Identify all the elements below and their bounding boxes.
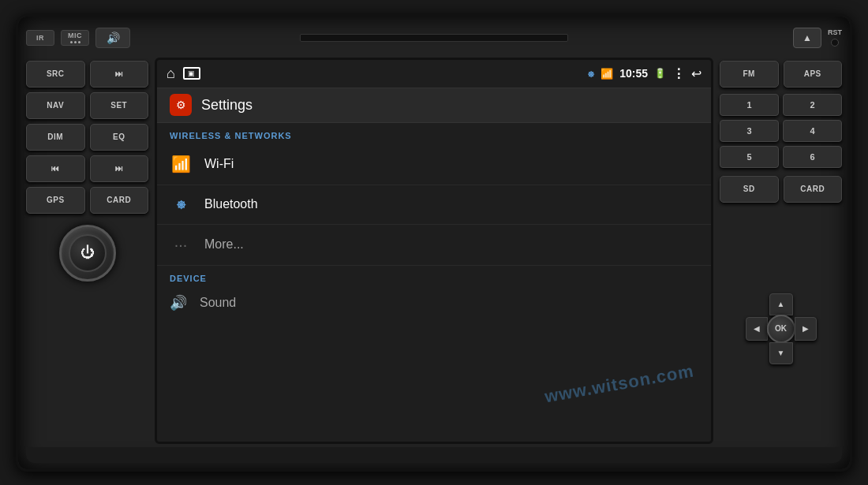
nav-up-button[interactable]: ▲ [769, 293, 793, 315]
nav-down-button[interactable]: ▼ [769, 342, 793, 364]
wireless-section-header: WIRELESS & NETWORKS [157, 123, 711, 144]
num4-button[interactable]: 4 [783, 120, 842, 142]
mic-button[interactable]: MIC [61, 30, 89, 46]
num1-button[interactable]: 1 [720, 94, 779, 116]
set-button[interactable]: SET [90, 92, 149, 119]
battery-icon: 🔋 [654, 68, 666, 79]
home-icon[interactable]: ⌂ [166, 65, 175, 82]
gps-button[interactable]: GPS [26, 187, 85, 214]
power-inner: ⏻ [69, 234, 107, 272]
top-strip: IR MIC 🔊 ▲ RST [26, 23, 842, 53]
power-area: ⏻ [26, 225, 148, 282]
bluetooth-menu-item[interactable]: ⎈ Bluetooth [157, 185, 711, 225]
nav-button[interactable]: NAV [26, 92, 85, 119]
num5-button[interactable]: 5 [720, 146, 779, 168]
left-arrow-icon: ◀ [754, 324, 760, 333]
window-icon[interactable]: ▣ [183, 67, 200, 80]
sound-menu-item[interactable]: 🔊 Sound [157, 286, 711, 319]
status-bar: ⌂ ▣ ⎈ 📶 10:55 🔋 ⋮ ↩ [157, 60, 711, 88]
back-icon[interactable]: ↩ [691, 66, 702, 81]
skip-fwd-button[interactable]: ⏭ [90, 61, 149, 88]
fm-aps-row: FM APS [720, 61, 842, 88]
aps-button[interactable]: APS [784, 61, 843, 88]
sound-icon: 🔊 [170, 294, 187, 312]
next-icon: ⏭ [115, 164, 124, 173]
right-arrow-icon: ▶ [803, 324, 809, 333]
status-right: ⎈ 📶 10:55 🔋 ⋮ ↩ [588, 66, 702, 81]
top-center [173, 34, 695, 42]
wifi-menu-item[interactable]: 📶 Wi-Fi [157, 144, 711, 185]
btn-row-2: NAV SET [26, 92, 148, 119]
num3-button[interactable]: 3 [720, 120, 779, 142]
wifi-status-icon: 📶 [600, 68, 613, 80]
speaker-icon: 🔊 [107, 32, 120, 44]
speaker-button[interactable]: 🔊 [95, 28, 130, 48]
ir-button[interactable]: IR [26, 30, 54, 46]
eq-button[interactable]: EQ [90, 124, 149, 151]
skip-fwd-icon: ⏭ [115, 69, 124, 78]
nav-left-button[interactable]: ◀ [746, 317, 768, 341]
eject-icon: ▲ [803, 32, 812, 43]
power-icon: ⏻ [80, 244, 95, 261]
btn-row-5: GPS CARD [26, 187, 148, 214]
fm-button[interactable]: FM [720, 61, 779, 88]
num6-button[interactable]: 6 [783, 146, 842, 168]
more-menu-item[interactable]: ··· More... [157, 225, 711, 266]
screen: ⌂ ▣ ⎈ 📶 10:55 🔋 ⋮ ↩ ⚙ Set [155, 58, 713, 444]
cd-slot [300, 34, 568, 42]
main-area: SRC ⏭ NAV SET DIM EQ [26, 58, 842, 444]
right-panel: FM APS 1 2 3 4 5 [720, 58, 842, 444]
eject-button[interactable]: ▲ [793, 28, 821, 48]
next-button[interactable]: ⏭ [90, 155, 149, 182]
bottom-strip [26, 447, 842, 463]
dim-button[interactable]: DIM [26, 124, 85, 151]
sd-card-row: SD CARD [720, 176, 842, 203]
rst-label: RST [828, 28, 842, 36]
bluetooth-status-icon: ⎈ [588, 68, 594, 80]
down-arrow-icon: ▼ [777, 349, 785, 357]
power-knob[interactable]: ⏻ [59, 225, 116, 282]
sd-button[interactable]: SD [720, 176, 779, 203]
settings-icon: ⚙ [170, 94, 192, 116]
bluetooth-label: Bluetooth [204, 197, 258, 211]
num-grid: 1 2 3 4 5 6 [720, 94, 842, 168]
more-icon[interactable]: ⋮ [672, 66, 685, 81]
nav-cross: ▲ ◀ OK ▶ ▼ [746, 293, 817, 364]
settings-header: ⚙ Settings [157, 88, 711, 123]
menu-list: WIRELESS & NETWORKS 📶 Wi-Fi ⎈ Bluetooth … [157, 123, 711, 442]
more-label: More... [204, 237, 244, 252]
settings-title: Settings [201, 97, 253, 114]
left-panel: SRC ⏭ NAV SET DIM EQ [26, 58, 148, 444]
device-section-header: DEVICE [157, 266, 711, 286]
rst-hole[interactable] [831, 39, 839, 47]
car-unit: IR MIC 🔊 ▲ RST [16, 14, 852, 472]
bluetooth-icon: ⎈ [170, 196, 192, 213]
num2-button[interactable]: 2 [783, 94, 842, 116]
card-button[interactable]: CARD [90, 187, 149, 214]
card2-button[interactable]: CARD [784, 176, 843, 203]
nav-right-button[interactable]: ▶ [795, 317, 817, 341]
sound-label: Sound [200, 296, 236, 310]
btn-row-4: ⏮ ⏭ [26, 155, 148, 182]
right-nav-area: ▲ ◀ OK ▶ ▼ [720, 214, 842, 444]
status-time: 10:55 [619, 67, 648, 80]
wifi-label: Wi-Fi [204, 157, 234, 171]
btn-row-3: DIM EQ [26, 124, 148, 151]
more-icon-placeholder: ··· [170, 236, 192, 254]
btn-row-1: SRC ⏭ [26, 61, 148, 88]
src-button[interactable]: SRC [26, 61, 85, 88]
up-arrow-icon: ▲ [777, 300, 785, 308]
prev-icon: ⏮ [51, 164, 60, 173]
top-right: ▲ RST [700, 28, 842, 48]
nav-ok-button[interactable]: OK [767, 315, 795, 343]
prev-button[interactable]: ⏮ [26, 155, 85, 182]
wifi-icon: 📶 [170, 155, 192, 173]
top-left: IR MIC 🔊 [26, 28, 168, 48]
